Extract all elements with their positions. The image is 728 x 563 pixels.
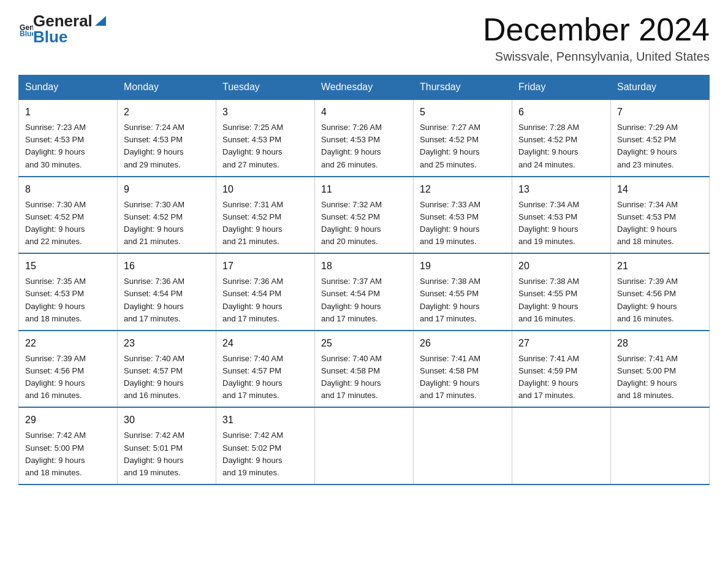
calendar-day-cell: 11Sunrise: 7:32 AMSunset: 4:52 PMDayligh… [315, 177, 414, 254]
day-info: Sunrise: 7:28 AMSunset: 4:52 PMDaylight:… [518, 121, 604, 171]
day-info: Sunrise: 7:39 AMSunset: 4:56 PMDaylight:… [25, 353, 111, 402]
day-info: Sunrise: 7:26 AMSunset: 4:53 PMDaylight:… [321, 121, 407, 171]
day-number: 13 [518, 182, 604, 197]
calendar-week-row: 15Sunrise: 7:35 AMSunset: 4:53 PMDayligh… [19, 253, 710, 331]
calendar-day-cell: 20Sunrise: 7:38 AMSunset: 4:55 PMDayligh… [512, 253, 611, 331]
day-number: 12 [420, 182, 506, 197]
calendar-day-cell: 9Sunrise: 7:30 AMSunset: 4:52 PMDaylight… [118, 177, 216, 254]
calendar-day-cell: 21Sunrise: 7:39 AMSunset: 4:56 PMDayligh… [611, 253, 710, 331]
title-block: December 2024 Swissvale, Pennsylvania, U… [483, 12, 710, 64]
day-info: Sunrise: 7:31 AMSunset: 4:52 PMDaylight:… [222, 199, 308, 248]
calendar-day-cell: 14Sunrise: 7:34 AMSunset: 4:53 PMDayligh… [611, 177, 710, 254]
day-info: Sunrise: 7:40 AMSunset: 4:57 PMDaylight:… [222, 353, 308, 402]
day-number: 24 [222, 336, 308, 351]
day-info: Sunrise: 7:27 AMSunset: 4:52 PMDaylight:… [420, 121, 506, 171]
logo-blue-text: Blue [33, 28, 106, 47]
day-info: Sunrise: 7:24 AMSunset: 4:53 PMDaylight:… [124, 121, 210, 171]
day-number: 10 [222, 182, 308, 197]
calendar-day-cell: 10Sunrise: 7:31 AMSunset: 4:52 PMDayligh… [216, 177, 315, 254]
calendar-day-cell: 18Sunrise: 7:37 AMSunset: 4:54 PMDayligh… [315, 253, 414, 331]
calendar-day-cell: 27Sunrise: 7:41 AMSunset: 4:59 PMDayligh… [512, 331, 611, 408]
calendar-day-cell: 3Sunrise: 7:25 AMSunset: 4:53 PMDaylight… [216, 99, 315, 177]
logo-triangle-icon [95, 16, 106, 26]
day-info: Sunrise: 7:33 AMSunset: 4:53 PMDaylight:… [420, 199, 506, 248]
day-number: 4 [321, 105, 407, 120]
day-number: 15 [25, 259, 111, 274]
day-number: 21 [617, 259, 703, 274]
day-number: 17 [222, 259, 308, 274]
day-info: Sunrise: 7:30 AMSunset: 4:52 PMDaylight:… [124, 199, 210, 248]
calendar-day-cell: 26Sunrise: 7:41 AMSunset: 4:58 PMDayligh… [414, 331, 512, 408]
calendar-day-cell: 17Sunrise: 7:36 AMSunset: 4:54 PMDayligh… [216, 253, 315, 331]
day-info: Sunrise: 7:23 AMSunset: 4:53 PMDaylight:… [25, 121, 111, 171]
calendar-day-cell: 4Sunrise: 7:26 AMSunset: 4:53 PMDaylight… [315, 99, 414, 177]
calendar-table: SundayMondayTuesdayWednesdayThursdayFrid… [18, 75, 710, 485]
calendar-day-cell: 16Sunrise: 7:36 AMSunset: 4:54 PMDayligh… [118, 253, 216, 331]
weekday-header-monday: Monday [118, 75, 216, 100]
calendar-day-cell [315, 407, 414, 484]
day-info: Sunrise: 7:29 AMSunset: 4:52 PMDaylight:… [617, 121, 703, 171]
day-info: Sunrise: 7:38 AMSunset: 4:55 PMDaylight:… [518, 275, 604, 325]
calendar-day-cell: 6Sunrise: 7:28 AMSunset: 4:52 PMDaylight… [512, 99, 611, 177]
day-number: 7 [617, 105, 703, 120]
day-info: Sunrise: 7:42 AMSunset: 5:00 PMDaylight:… [25, 429, 111, 479]
day-number: 3 [222, 105, 308, 120]
day-number: 28 [617, 336, 703, 351]
day-info: Sunrise: 7:40 AMSunset: 4:57 PMDaylight:… [124, 353, 210, 402]
day-info: Sunrise: 7:32 AMSunset: 4:52 PMDaylight:… [321, 199, 407, 248]
calendar-day-cell [512, 407, 611, 484]
day-number: 11 [321, 182, 407, 197]
day-number: 23 [124, 336, 210, 351]
day-number: 29 [25, 413, 111, 427]
day-info: Sunrise: 7:30 AMSunset: 4:52 PMDaylight:… [25, 199, 111, 248]
day-number: 27 [518, 336, 604, 351]
day-number: 26 [420, 336, 506, 351]
day-info: Sunrise: 7:34 AMSunset: 4:53 PMDaylight:… [617, 199, 703, 248]
calendar-day-cell: 7Sunrise: 7:29 AMSunset: 4:52 PMDaylight… [611, 99, 710, 177]
day-number: 16 [124, 259, 210, 274]
day-info: Sunrise: 7:41 AMSunset: 4:59 PMDaylight:… [518, 353, 604, 402]
day-number: 31 [222, 413, 308, 427]
calendar-week-row: 8Sunrise: 7:30 AMSunset: 4:52 PMDaylight… [19, 177, 710, 254]
calendar-day-cell: 28Sunrise: 7:41 AMSunset: 5:00 PMDayligh… [611, 331, 710, 408]
day-number: 19 [420, 259, 506, 274]
month-title: December 2024 [483, 12, 710, 47]
calendar-day-cell: 29Sunrise: 7:42 AMSunset: 5:00 PMDayligh… [19, 407, 118, 484]
day-number: 14 [617, 182, 703, 197]
day-info: Sunrise: 7:37 AMSunset: 4:54 PMDaylight:… [321, 275, 407, 325]
calendar-day-cell: 12Sunrise: 7:33 AMSunset: 4:53 PMDayligh… [414, 177, 512, 254]
day-info: Sunrise: 7:36 AMSunset: 4:54 PMDaylight:… [222, 275, 308, 325]
day-info: Sunrise: 7:41 AMSunset: 4:58 PMDaylight:… [420, 353, 506, 402]
weekday-header-sunday: Sunday [19, 75, 118, 100]
calendar-day-cell: 19Sunrise: 7:38 AMSunset: 4:55 PMDayligh… [414, 253, 512, 331]
calendar-day-cell: 8Sunrise: 7:30 AMSunset: 4:52 PMDaylight… [19, 177, 118, 254]
location-subtitle: Swissvale, Pennsylvania, United States [483, 50, 710, 64]
page-header: General Blue General Blue December 2024 … [18, 12, 710, 64]
svg-marker-3 [95, 16, 106, 26]
calendar-day-cell: 24Sunrise: 7:40 AMSunset: 4:57 PMDayligh… [216, 331, 315, 408]
weekday-header-friday: Friday [512, 75, 611, 100]
day-number: 8 [25, 182, 111, 197]
day-number: 5 [420, 105, 506, 120]
calendar-day-cell: 22Sunrise: 7:39 AMSunset: 4:56 PMDayligh… [19, 331, 118, 408]
logo-icon: General Blue [20, 23, 33, 36]
day-info: Sunrise: 7:42 AMSunset: 5:02 PMDaylight:… [222, 429, 308, 479]
calendar-day-cell: 1Sunrise: 7:23 AMSunset: 4:53 PMDaylight… [19, 99, 118, 177]
calendar-week-row: 29Sunrise: 7:42 AMSunset: 5:00 PMDayligh… [19, 407, 710, 484]
day-number: 30 [124, 413, 210, 427]
calendar-day-cell: 15Sunrise: 7:35 AMSunset: 4:53 PMDayligh… [19, 253, 118, 331]
calendar-day-cell: 31Sunrise: 7:42 AMSunset: 5:02 PMDayligh… [216, 407, 315, 484]
day-number: 22 [25, 336, 111, 351]
logo: General Blue General Blue [18, 12, 106, 47]
calendar-day-cell: 5Sunrise: 7:27 AMSunset: 4:52 PMDaylight… [414, 99, 512, 177]
day-number: 2 [124, 105, 210, 120]
svg-text:Blue: Blue [20, 29, 33, 36]
day-number: 6 [518, 105, 604, 120]
day-number: 1 [25, 105, 111, 120]
day-info: Sunrise: 7:38 AMSunset: 4:55 PMDaylight:… [420, 275, 506, 325]
calendar-day-cell [611, 407, 710, 484]
day-info: Sunrise: 7:41 AMSunset: 5:00 PMDaylight:… [617, 353, 703, 402]
day-info: Sunrise: 7:35 AMSunset: 4:53 PMDaylight:… [25, 275, 111, 325]
calendar-day-cell [414, 407, 512, 484]
calendar-week-row: 22Sunrise: 7:39 AMSunset: 4:56 PMDayligh… [19, 331, 710, 408]
